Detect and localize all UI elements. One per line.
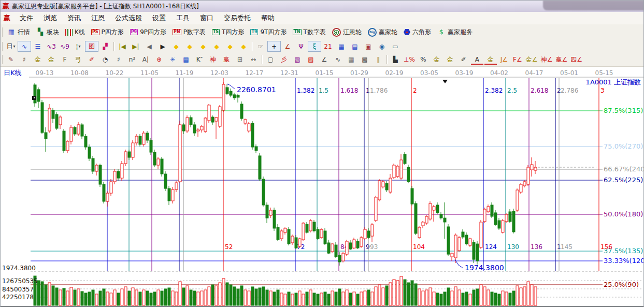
gann-count-label: 136 (531, 243, 542, 251)
period-day-dropdown[interactable]: 日▾ (4, 41, 18, 52)
menu-item-5[interactable]: 设置 (147, 12, 171, 24)
menu-item-3[interactable]: 江恩 (86, 12, 110, 24)
candle-style-dropdown[interactable]: ¦▾ (71, 41, 85, 52)
pen-bars-tool[interactable]: ✐ (457, 54, 470, 65)
pattern-search-tool[interactable]: ∿ (18, 41, 31, 52)
t-number-table-button[interactable]: TNT数字表 (290, 27, 329, 38)
quotes-button[interactable]: ▦行情 (4, 27, 33, 38)
k-quote-tool[interactable]: K″ (193, 54, 206, 65)
percent-line-tool[interactable]: ⊥% (402, 54, 417, 65)
volume-bar (193, 291, 196, 305)
last-bar-button[interactable]: ▶| (129, 41, 142, 52)
gold-tool-2[interactable]: 金 (45, 54, 58, 65)
gong-tool[interactable]: 弓 (71, 54, 85, 65)
ying-tool[interactable]: 赢 (220, 54, 233, 65)
notes-tool[interactable]: ▤ (348, 41, 362, 52)
price-grid-tool[interactable]: ▦ (345, 54, 358, 65)
fan-square-tool[interactable]: ▧ (291, 54, 304, 65)
menu-item-8[interactable]: 交易委托 (219, 12, 256, 24)
box-frame-tool[interactable]: ▢ (264, 54, 277, 65)
chart-canvas[interactable]: 09-1310-0810-2211-0511-1912-0312-1712-31… (1, 66, 644, 307)
star-burst-tool[interactable]: ✳ (166, 54, 179, 65)
window-controls-area[interactable] (543, 1, 644, 10)
f-angle-tool[interactable]: F∠ (511, 54, 524, 65)
gann-arrow-right-tool[interactable]: ◆ (183, 41, 196, 52)
wave9-tool[interactable]: ∿9 (58, 41, 71, 52)
grid-target-tool[interactable]: ▦ (179, 54, 193, 65)
ying-angle-tool[interactable]: 赢∠ (554, 54, 569, 65)
n-squared-tool[interactable]: n² (125, 54, 139, 65)
web-sync-tool[interactable]: ◉ (375, 41, 389, 52)
ruler2-tool[interactable]: ♯ (112, 54, 125, 65)
winner-wheel-button[interactable]: Big赢家轮 (365, 27, 400, 38)
red-pen-tool[interactable]: ✐ (85, 54, 98, 65)
si-angle-tool[interactable]: 四∠ (569, 54, 584, 65)
t-square-button[interactable]: TST四方形 (209, 27, 248, 38)
kline-button[interactable]: K线 (62, 27, 88, 38)
gann-arrow-left-tool[interactable]: ◆ (169, 41, 183, 52)
gann-arrow-star-tool[interactable]: ◆ (223, 41, 237, 52)
angle-lines-tool[interactable]: ∠ (318, 54, 331, 65)
sectors-button[interactable]: ▚板块 (33, 27, 62, 38)
menu-item-7[interactable]: 窗口 (195, 12, 219, 24)
volume-bar (186, 286, 189, 305)
p9-square-button[interactable]: P99P四方形 (127, 27, 169, 38)
menu-item-2[interactable]: 资讯 (62, 12, 86, 24)
menu-item-0[interactable]: 文件 (15, 12, 38, 24)
hand-tool[interactable]: ☞ (254, 41, 267, 52)
red-pattern-tool[interactable]: 图 (85, 41, 98, 52)
gann-wheel-button[interactable]: 江恩轮 (329, 27, 365, 38)
crosshair-tool[interactable]: + (267, 41, 281, 52)
stats-bars-tool[interactable]: ▙ (389, 54, 402, 65)
menu-item-1[interactable]: 浏览 (38, 12, 62, 24)
gann-arrow-all-tool[interactable]: ◆ (237, 41, 250, 52)
gold-circle-tool[interactable]: 金 (430, 54, 443, 65)
info-list-tool[interactable]: ☰ (31, 41, 45, 52)
t9-square-button[interactable]: T99T四方形 (247, 27, 290, 38)
squiggle-tool[interactable]: ξ (308, 41, 321, 52)
p-square-button[interactable]: PSP四方形 (88, 27, 127, 38)
menu-item-4[interactable]: 公式选股 (110, 12, 147, 24)
first-bar-button[interactable]: |◀ (116, 41, 129, 52)
gann-arrow-cross-tool[interactable]: ◆ (210, 41, 223, 52)
menu-item-6[interactable]: 工具 (171, 12, 195, 24)
gann-fan-tool[interactable]: 彡 (277, 54, 291, 65)
prev-bar-button[interactable]: ◀ (142, 41, 156, 52)
gold-underline-tool[interactable]: 金 (484, 54, 497, 65)
gann-t-tool[interactable]: Ψ (294, 41, 308, 52)
j-angle-tool[interactable]: J∠ (497, 54, 511, 65)
gold-levels-tool[interactable]: 金 (443, 54, 457, 65)
ruler-ticks-tool[interactable]: ♯ (18, 54, 31, 65)
compass-pen-tool[interactable]: ✎ (4, 54, 18, 65)
gold-angle-tool[interactable]: 金∠ (524, 54, 539, 65)
p-number-table-button[interactable]: PNP数字表 (169, 27, 209, 38)
winner-service-button[interactable]: $赢家服务 (434, 27, 476, 38)
grid-arrow-tool[interactable]: ▩ (358, 54, 371, 65)
percent-tool[interactable]: % (417, 54, 430, 65)
wave3-tool[interactable]: ∿3 (45, 41, 58, 52)
wave-v-tool[interactable]: ∿ (331, 54, 345, 65)
gold-tool-1[interactable]: 金 (31, 54, 45, 65)
bar-span-tool[interactable]: ↔ (247, 54, 260, 65)
save-tool[interactable]: ▣ (362, 41, 375, 52)
fan-square-red-tool[interactable]: ▨ (304, 54, 318, 65)
f-ruler-tool[interactable]: F (58, 54, 71, 65)
calendar-tool[interactable]: 21 (321, 41, 335, 52)
volume-profile-tool[interactable]: ▞ (98, 41, 112, 52)
wave-a-tool[interactable]: A (470, 54, 484, 65)
a-line-tool[interactable]: A| (139, 54, 152, 65)
calculator-tool[interactable]: ▦ (335, 41, 348, 52)
angle-measure-tool[interactable]: ∠ (281, 41, 294, 52)
grid-123-tool[interactable]: ⊞ (233, 54, 247, 65)
gann-arrow-both-tool[interactable]: ◆ (196, 41, 210, 52)
clock-cycle-tool[interactable]: ◔ (98, 54, 112, 65)
next-bar-button[interactable]: ▶ (156, 41, 169, 52)
shen-tool[interactable]: 神 (206, 54, 220, 65)
parallel-lines-tool[interactable]: ∥ (371, 54, 385, 65)
red-target-tool[interactable]: ⊕ (152, 54, 166, 65)
hexagon-button[interactable]: 六角形 (400, 27, 434, 38)
gann-ratio-label: 2.786 (561, 87, 578, 94)
print-tool[interactable]: ▭ (389, 41, 402, 52)
menu-item-9[interactable]: 帮助 (256, 12, 280, 24)
shen-angle-tool[interactable]: 神∠ (539, 54, 554, 65)
